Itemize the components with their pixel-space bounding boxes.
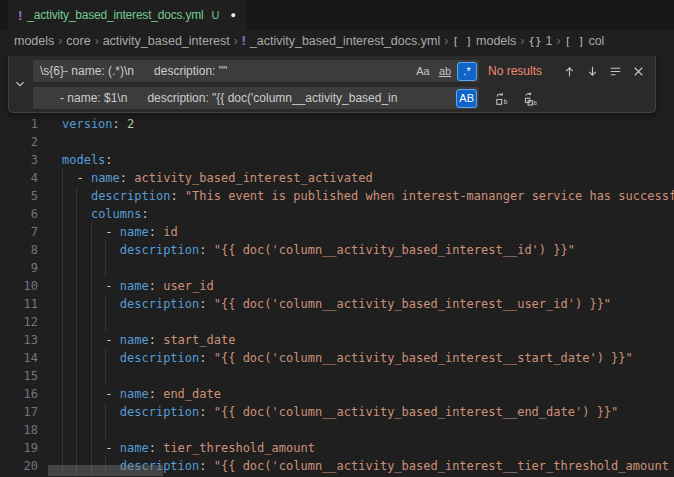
code-line — [62, 133, 674, 151]
modified-dot-icon[interactable]: ● — [230, 10, 235, 20]
indent-guide — [105, 421, 106, 439]
previous-match-button[interactable] — [559, 61, 580, 82]
toggle-replace-button[interactable] — [9, 56, 31, 112]
breadcrumb-item[interactable]: activity_based_interest — [103, 34, 230, 48]
breadcrumb-item[interactable]: [ ]col — [565, 34, 605, 48]
line-number: 11 — [0, 295, 38, 313]
replace-all-icon: b — [523, 91, 538, 106]
breadcrumb-item[interactable]: {}1 — [528, 34, 552, 48]
breadcrumb-separator: › — [553, 34, 565, 48]
find-input-value: \s{6}- name: (.*)\n description: "" — [40, 64, 411, 78]
indent-guide — [62, 331, 63, 349]
breadcrumb-label: col — [588, 34, 604, 48]
indent-guide — [62, 169, 63, 187]
code-line: models: — [62, 151, 674, 169]
code-line: - name: tier_threshold_amount — [62, 439, 674, 457]
code-line: - name: activity_based_interest_activate… — [62, 169, 674, 187]
indent-guide — [76, 385, 77, 403]
chevron-down-icon — [13, 77, 27, 91]
line-number: 19 — [0, 439, 38, 457]
breadcrumb-item[interactable]: !_activity_based_interest_docs.yml — [242, 34, 440, 48]
indent-guide — [62, 367, 63, 385]
line-number: 4 — [0, 169, 38, 187]
line-number: 1 — [0, 115, 38, 133]
code-line: description: "{{ doc('column__activity_b… — [62, 295, 674, 313]
line-number-gutter: 1234567891011121314151617181920 — [0, 115, 38, 475]
yaml-file-icon: ! — [18, 8, 22, 23]
indent-guide — [91, 439, 92, 457]
close-button[interactable] — [628, 61, 649, 82]
indent-guide — [76, 205, 77, 223]
indent-guide — [91, 331, 92, 349]
line-number: 15 — [0, 367, 38, 385]
yaml-icon: ! — [242, 34, 246, 48]
code-line: - name: end_date — [62, 385, 674, 403]
indent-guide — [76, 367, 77, 385]
line-number: 10 — [0, 277, 38, 295]
array-icon: [ ] — [452, 35, 472, 48]
indent-guide — [76, 439, 77, 457]
selection-lines-icon — [608, 64, 623, 79]
breadcrumb-label: activity_based_interest — [103, 34, 230, 48]
tab-active-file[interactable]: ! _activity_based_interest_docs.yml U ● — [8, 0, 246, 30]
indent-guide — [91, 349, 92, 367]
code-area[interactable]: version: 2models: - name: activity_based… — [62, 115, 674, 475]
editor: 1234567891011121314151617181920 version:… — [0, 52, 674, 477]
breadcrumb-label: core — [66, 34, 90, 48]
code-line: - name: user_id — [62, 277, 674, 295]
line-number: 13 — [0, 331, 38, 349]
whole-word-toggle[interactable]: ab — [435, 62, 455, 81]
horizontal-scrollbar-thumb[interactable] — [48, 465, 163, 476]
line-number: 5 — [0, 187, 38, 205]
indent-guide — [105, 313, 106, 331]
tab-bar: ! _activity_based_interest_docs.yml U ● — [0, 0, 674, 30]
breadcrumb-item[interactable]: [ ]models — [452, 34, 516, 48]
indent-guide — [105, 349, 106, 367]
breadcrumb-separator: › — [230, 34, 242, 48]
indent-guide — [62, 295, 63, 313]
breadcrumb-separator: › — [54, 34, 66, 48]
regex-toggle[interactable]: .* — [457, 62, 477, 81]
indent-guide — [91, 295, 92, 313]
arrow-down-icon — [585, 64, 600, 79]
indent-guide — [91, 385, 92, 403]
code-line: columns: — [62, 205, 674, 223]
breadcrumb-item[interactable]: core — [66, 34, 90, 48]
breadcrumb-label: _activity_based_interest_docs.yml — [250, 34, 440, 48]
svg-text:b: b — [533, 98, 537, 105]
tab-filename: _activity_based_interest_docs.yml — [27, 8, 203, 22]
next-match-button[interactable] — [582, 61, 603, 82]
code-line: version: 2 — [62, 115, 674, 133]
indent-guide — [62, 187, 63, 205]
line-number: 18 — [0, 421, 38, 439]
indent-guide — [62, 349, 63, 367]
indent-guide — [76, 187, 77, 205]
indent-guide — [76, 403, 77, 421]
indent-guide — [62, 313, 63, 331]
replace-all-button[interactable]: b — [520, 88, 541, 109]
indent-guide — [91, 421, 92, 439]
line-number: 14 — [0, 349, 38, 367]
find-in-selection-button[interactable] — [605, 61, 626, 82]
replace-input[interactable]: - name: $1\n description: "{{ doc('colum… — [33, 87, 479, 109]
code-line: description: "{{ doc('column__activity_b… — [62, 241, 674, 259]
code-line: - name: id — [62, 223, 674, 241]
indent-guide — [91, 403, 92, 421]
line-number: 20 — [0, 457, 38, 475]
breadcrumb-item[interactable]: models — [14, 34, 54, 48]
replace-button[interactable]: b — [491, 88, 512, 109]
replace-input-value: - name: $1\n description: "{{ doc('colum… — [40, 91, 454, 105]
indent-guide — [105, 241, 106, 259]
code-line: description: "{{ doc('column__activity_b… — [62, 349, 674, 367]
indent-guide — [105, 403, 106, 421]
indent-guide — [76, 223, 77, 241]
indent-guide — [91, 259, 92, 277]
breadcrumb-separator: › — [440, 34, 452, 48]
preserve-case-toggle[interactable]: AB — [456, 89, 477, 108]
breadcrumb-label: models — [476, 34, 516, 48]
match-case-toggle[interactable]: Aa — [413, 62, 433, 81]
indent-guide — [62, 241, 63, 259]
code-line — [62, 367, 674, 385]
find-input[interactable]: \s{6}- name: (.*)\n description: "" Aa a… — [33, 60, 479, 82]
indent-guide — [76, 421, 77, 439]
